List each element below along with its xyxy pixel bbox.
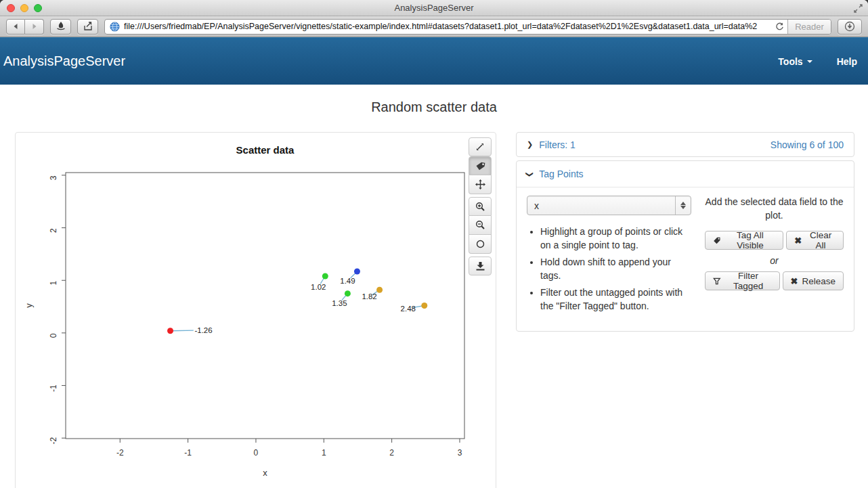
back-button[interactable] — [6, 19, 25, 35]
svg-text:0: 0 — [49, 333, 58, 338]
titlebar: AnalysisPageServer — [0, 0, 868, 16]
minimize-window-button[interactable] — [20, 4, 28, 12]
tag-instruction-item: Highlight a group of points or click on … — [540, 225, 691, 252]
filters-toggle[interactable]: ❯ Filters: 1 — [527, 139, 576, 150]
fullscreen-icon[interactable] — [852, 3, 864, 14]
circle-select-icon — [475, 239, 485, 249]
tag-points-label: Tag Points — [539, 169, 583, 179]
svg-text:2: 2 — [389, 448, 394, 458]
svg-text:x: x — [263, 468, 267, 478]
zoom-in-button[interactable] — [469, 197, 492, 216]
svg-text:-1: -1 — [184, 448, 192, 458]
reader-button[interactable]: Reader — [787, 20, 831, 34]
svg-text:-2: -2 — [116, 448, 124, 458]
svg-text:1.02: 1.02 — [311, 283, 326, 291]
help-link[interactable]: Help — [837, 56, 857, 67]
add-field-note: Add the selected data field to the plot. — [705, 196, 844, 222]
clear-all-label: Clear All — [806, 230, 836, 250]
downloads-icon — [844, 21, 855, 32]
select-stepper-icon — [675, 196, 691, 215]
plot-toolbar — [469, 137, 492, 275]
filter-tagged-button[interactable]: Filter Tagged — [705, 271, 780, 290]
tag-points-panel: ❯ Tag Points x Highlight a group of poin… — [516, 160, 854, 332]
svg-text:1: 1 — [49, 281, 58, 286]
filter-icon — [713, 277, 721, 286]
top-sites-button[interactable] — [50, 19, 71, 35]
tag-all-visible-label: Tag All Visible — [725, 230, 776, 250]
zoom-in-icon — [475, 202, 485, 212]
browser-window: AnalysisPageServer — [0, 0, 868, 488]
release-label: Release — [802, 276, 836, 286]
tag-points-left-column: x Highlight a group of points or click o… — [527, 196, 691, 316]
svg-text:1.35: 1.35 — [332, 299, 347, 307]
tools-menu[interactable]: Tools — [778, 56, 812, 67]
expand-icon — [475, 142, 485, 152]
downloads-button[interactable] — [838, 19, 862, 35]
svg-text:0: 0 — [254, 448, 259, 458]
filters-label: Filters: 1 — [539, 139, 576, 150]
forward-icon — [31, 23, 38, 30]
share-icon — [83, 21, 93, 32]
tag-buttons-row-1: Tag All Visible ✖ Clear All — [705, 231, 844, 250]
x-icon: ✖ — [794, 236, 802, 245]
scatter-plot[interactable]: -2-10123-2-10123Scatter dataxy1.021.491.… — [16, 133, 469, 487]
zoom-window-button[interactable] — [34, 4, 42, 12]
caret-down-icon — [807, 60, 812, 63]
back-icon — [12, 23, 19, 30]
filter-tagged-label: Filter Tagged — [725, 271, 772, 291]
tag-mode-button[interactable] — [469, 156, 492, 175]
svg-text:-1: -1 — [49, 384, 58, 392]
showing-count[interactable]: Showing 6 of 100 — [771, 139, 844, 150]
svg-text:2: 2 — [49, 228, 58, 233]
plot-panel: -2-10123-2-10123Scatter dataxy1.021.491.… — [15, 132, 496, 488]
url-text: file:///Users/friedmab/EP/AnalysisPageSe… — [124, 22, 781, 31]
address-bar[interactable]: file:///Users/friedmab/EP/AnalysisPageSe… — [104, 19, 831, 35]
release-button[interactable]: ✖ Release — [783, 271, 844, 290]
data-field-selected-value: x — [534, 200, 539, 211]
history-nav-group — [6, 19, 44, 35]
tag-instruction-item: Filter out the untagged points with the … — [540, 286, 691, 313]
svg-text:-2: -2 — [49, 437, 58, 445]
top-sites-icon — [56, 21, 66, 32]
app-brand[interactable]: AnalysisPageServer — [3, 53, 125, 69]
zoom-out-icon — [475, 220, 485, 230]
tag-buttons-row-2: Filter Tagged ✖ Release — [705, 271, 844, 290]
tag-instruction-item: Hold down shift to append your tags. — [540, 255, 691, 282]
chevron-right-icon: ❯ — [527, 140, 533, 149]
svg-text:1.49: 1.49 — [340, 277, 355, 285]
svg-text:1.82: 1.82 — [362, 292, 376, 301]
help-link-label: Help — [837, 56, 857, 67]
right-panel: ❯ Filters: 1 Showing 6 of 100 ❯ Tag Poin… — [516, 132, 854, 332]
clear-all-button[interactable]: ✖ Clear All — [786, 231, 844, 250]
reset-zoom-button[interactable] — [469, 235, 492, 254]
close-window-button[interactable] — [7, 4, 15, 12]
tag-instructions-list: Highlight a group of points or click on … — [529, 225, 691, 313]
expand-plot-button[interactable] — [469, 137, 492, 156]
share-button[interactable] — [77, 19, 98, 35]
window-controls — [7, 4, 42, 12]
download-plot-button[interactable] — [469, 257, 492, 275]
page-title: Random scatter data — [0, 99, 868, 115]
svg-text:-1.26: -1.26 — [194, 326, 212, 334]
tag-all-visible-button[interactable]: Tag All Visible — [705, 231, 783, 250]
tag-points-right-column: Add the selected data field to the plot.… — [705, 196, 844, 316]
mode-button-group — [469, 156, 492, 194]
download-icon — [475, 261, 485, 271]
move-icon — [475, 179, 485, 190]
svg-text:1: 1 — [322, 448, 326, 458]
tag-points-body: x Highlight a group of points or click o… — [517, 187, 854, 331]
svg-text:2.48: 2.48 — [401, 305, 416, 313]
zoom-out-button[interactable] — [469, 216, 492, 235]
pan-mode-button[interactable] — [469, 175, 492, 194]
data-field-select[interactable]: x — [527, 196, 691, 215]
tag-points-toggle[interactable]: ❯ Tag Points — [517, 161, 854, 187]
chevron-down-icon: ❯ — [525, 171, 534, 177]
refresh-icon[interactable] — [775, 22, 785, 35]
browser-toolbar: file:///Users/friedmab/EP/AnalysisPageSe… — [0, 16, 868, 37]
zoom-button-group — [469, 197, 492, 254]
svg-text:Scatter data: Scatter data — [236, 144, 295, 156]
forward-button[interactable] — [25, 19, 44, 35]
tools-menu-label: Tools — [778, 56, 802, 67]
tag-icon — [713, 236, 721, 245]
app-navbar: AnalysisPageServer Tools Help — [0, 37, 868, 85]
